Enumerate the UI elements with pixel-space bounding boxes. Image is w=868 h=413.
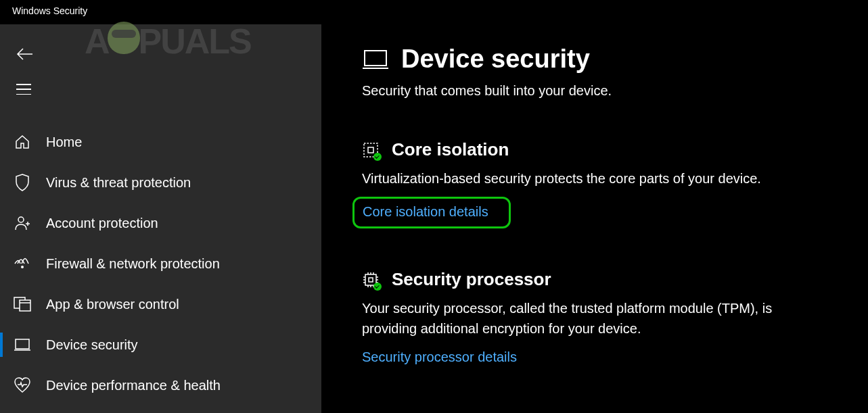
sidebar-item-label: App & browser control	[46, 297, 179, 312]
app-title: Windows Security	[12, 5, 87, 16]
titlebar: Windows Security	[0, 0, 868, 24]
core-isolation-details-link[interactable]: Core isolation details	[363, 204, 488, 219]
home-icon	[14, 133, 31, 151]
sidebar-item-label: Device security	[46, 337, 138, 353]
sidebar-item-home[interactable]: Home	[0, 122, 321, 162]
sidebar-item-label: Virus & threat protection	[46, 175, 191, 191]
back-arrow-icon	[16, 47, 34, 61]
page-subtitle: Security that comes built into your devi…	[362, 83, 827, 99]
shield-icon	[14, 174, 31, 191]
sidebar-item-virus[interactable]: Virus & threat protection	[0, 162, 321, 203]
sidebar-item-appbrowser[interactable]: App & browser control	[0, 284, 321, 324]
section-title: Security processor	[392, 269, 551, 290]
sidebar-item-label: Account protection	[46, 216, 158, 231]
svg-rect-5	[16, 339, 29, 349]
security-processor-details-link[interactable]: Security processor details	[362, 349, 517, 364]
sidebar-item-label: Device performance & health	[46, 378, 221, 393]
svg-rect-12	[369, 278, 373, 282]
back-button[interactable]	[16, 45, 35, 64]
sidebar-item-label: Firewall & network protection	[46, 256, 220, 272]
svg-point-0	[18, 217, 24, 222]
sidebar-item-performance[interactable]: Device performance & health	[0, 365, 321, 406]
svg-point-1	[21, 266, 24, 268]
check-badge-icon	[373, 153, 382, 161]
svg-rect-3	[20, 300, 30, 311]
section-security-processor: Security processor Your security process…	[362, 269, 827, 365]
section-description: Your security processor, called the trus…	[362, 298, 827, 339]
nav-list: Home Virus & threat protection Account p…	[0, 122, 321, 406]
content-area: Device security Security that comes buil…	[321, 24, 868, 413]
hamburger-menu-button[interactable]	[16, 84, 31, 95]
sidebar-item-account[interactable]: Account protection	[0, 203, 321, 243]
svg-rect-7	[365, 51, 386, 66]
check-badge-icon	[373, 283, 382, 291]
chip-icon	[362, 271, 380, 289]
svg-rect-10	[368, 147, 373, 153]
sidebar: A PUALS Home	[0, 24, 321, 413]
section-title: Core isolation	[392, 139, 509, 160]
sidebar-item-firewall[interactable]: Firewall & network protection	[0, 243, 321, 284]
device-icon	[14, 336, 31, 354]
heart-icon	[14, 376, 31, 394]
device-security-page-icon	[362, 46, 389, 73]
chip-dashed-icon	[362, 141, 380, 159]
section-core-isolation: Core isolation Virtualization-based secu…	[362, 139, 827, 228]
sidebar-item-label: Home	[46, 135, 82, 150]
annotation-highlight: Core isolation details	[352, 197, 511, 228]
sidebar-item-devicesecurity[interactable]: Device security	[0, 324, 321, 365]
account-icon	[14, 214, 31, 232]
network-icon	[14, 255, 31, 272]
page-title: Device security	[401, 45, 590, 74]
appbrowser-icon	[14, 295, 31, 313]
section-description: Virtualization-based security protects t…	[362, 168, 827, 189]
